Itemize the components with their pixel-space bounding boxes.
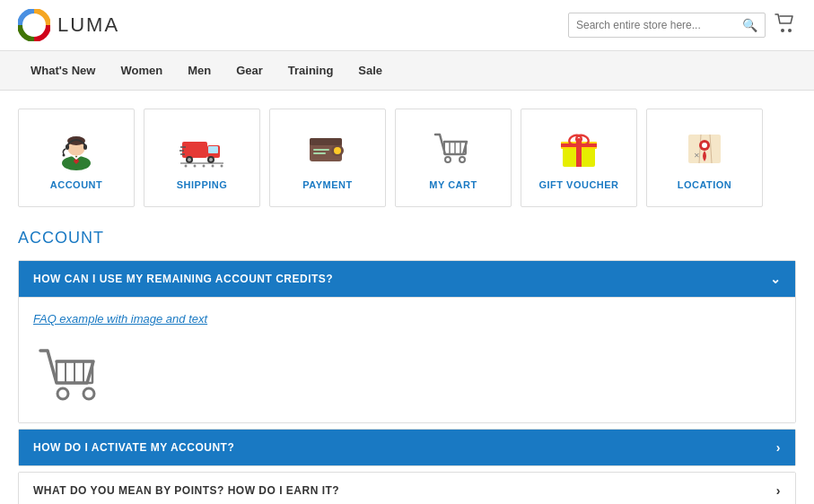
nav-bar: What's New Women Men Gear Training Sale xyxy=(0,51,814,91)
search-box: 🔍 xyxy=(568,13,766,38)
nav-item-whats-new[interactable]: What's New xyxy=(18,51,108,90)
nav-item-men[interactable]: Men xyxy=(175,51,223,90)
svg-point-50 xyxy=(702,143,707,148)
faq-header-credits[interactable]: HOW CAN I USE MY REMAINING ACCOUNT CREDI… xyxy=(19,261,795,297)
svg-rect-11 xyxy=(182,142,207,158)
svg-rect-7 xyxy=(83,144,87,150)
svg-point-15 xyxy=(188,158,191,161)
icon-card-my-cart[interactable]: MY CART xyxy=(395,109,512,207)
faq-header-activate[interactable]: HOW DO I ACTIVATE MY ACCOUNT? › xyxy=(19,430,795,465)
cart-header-icon xyxy=(775,13,796,33)
nav-item-gear[interactable]: Gear xyxy=(223,51,276,90)
svg-point-57 xyxy=(83,388,94,399)
my-cart-icon xyxy=(430,126,477,172)
svg-point-2 xyxy=(788,29,792,32)
svg-point-26 xyxy=(221,165,223,168)
payment-icon xyxy=(304,126,351,172)
svg-point-24 xyxy=(203,165,206,168)
faq-list: HOW CAN I USE MY REMAINING ACCOUNT CREDI… xyxy=(18,260,796,504)
location-card-label: LOCATION xyxy=(678,179,732,190)
icon-card-gift-voucher[interactable]: GIFT VOUCHER xyxy=(521,109,637,207)
svg-point-22 xyxy=(185,165,188,168)
faq-question-activate: HOW DO I ACTIVATE MY ACCOUNT? xyxy=(33,441,234,454)
svg-rect-28 xyxy=(310,138,342,145)
svg-point-17 xyxy=(209,158,213,161)
luma-logo-icon xyxy=(18,9,50,41)
svg-point-1 xyxy=(781,29,784,32)
customer-service-icon xyxy=(53,126,100,172)
faq-item-points: WHAT DO YOU MEAN BY POINTS? HOW DO I EAR… xyxy=(18,472,796,504)
icon-card-payment[interactable]: PAYMENT xyxy=(269,109,386,207)
nav-item-training[interactable]: Training xyxy=(276,51,346,90)
svg-rect-32 xyxy=(313,152,326,154)
svg-rect-31 xyxy=(313,149,329,151)
svg-rect-13 xyxy=(208,146,218,153)
nav-item-sale[interactable]: Sale xyxy=(346,51,395,90)
site-header: LUMA 🔍 xyxy=(0,0,814,51)
shipping-card-label: SHIPPING xyxy=(177,179,228,190)
svg-rect-6 xyxy=(66,144,69,150)
gift-icon xyxy=(556,126,602,172)
main-content: ACCOUNT xyxy=(0,91,814,504)
chevron-right-icon: › xyxy=(776,440,781,455)
icon-card-shipping[interactable]: SHIPPING xyxy=(144,109,260,207)
faq-item-credits: HOW CAN I USE MY REMAINING ACCOUNT CREDI… xyxy=(18,260,796,423)
section-title: ACCOUNT xyxy=(18,229,796,248)
account-card-label: ACCOUNT xyxy=(50,179,103,190)
search-input[interactable] xyxy=(576,19,742,31)
logo-text: LUMA xyxy=(57,13,119,37)
chevron-right-icon-2: › xyxy=(776,483,781,498)
svg-point-37 xyxy=(445,157,451,162)
svg-point-56 xyxy=(57,388,68,399)
faq-header-points[interactable]: WHAT DO YOU MEAN BY POINTS? HOW DO I EAR… xyxy=(19,473,795,504)
icon-card-account[interactable]: ACCOUNT xyxy=(18,109,135,207)
chevron-down-icon: ⌄ xyxy=(770,272,782,286)
cart-button[interactable] xyxy=(775,13,796,38)
faq-question-credits: HOW CAN I USE MY REMAINING ACCOUNT CREDI… xyxy=(33,273,333,285)
faq-item-activate: HOW DO I ACTIVATE MY ACCOUNT? › xyxy=(18,429,796,466)
faq-question-points: WHAT DO YOU MEAN BY POINTS? HOW DO I EAR… xyxy=(33,484,339,497)
faq-cart-image xyxy=(33,338,114,405)
svg-text:✕: ✕ xyxy=(694,152,700,160)
header-right: 🔍 xyxy=(568,13,796,38)
faq-body-credits: FAQ example with image and text xyxy=(19,297,795,422)
logo-area: LUMA xyxy=(18,9,119,41)
svg-point-38 xyxy=(460,157,465,162)
shipping-icon xyxy=(179,126,225,172)
svg-point-23 xyxy=(194,165,197,168)
icon-card-location[interactable]: ✕ LOCATION xyxy=(646,109,763,207)
svg-point-30 xyxy=(334,147,341,154)
faq-link-credits[interactable]: FAQ example with image and text xyxy=(33,312,781,326)
nav-item-women[interactable]: Women xyxy=(108,51,175,90)
payment-card-label: PAYMENT xyxy=(302,179,352,190)
gift-voucher-card-label: GIFT VOUCHER xyxy=(538,179,618,190)
icon-cards-row: ACCOUNT xyxy=(18,109,796,207)
search-button[interactable]: 🔍 xyxy=(742,18,757,32)
my-cart-card-label: MY CART xyxy=(429,179,477,190)
svg-point-45 xyxy=(576,138,582,143)
svg-point-25 xyxy=(212,165,214,168)
location-icon: ✕ xyxy=(681,126,728,172)
svg-point-8 xyxy=(63,154,66,157)
